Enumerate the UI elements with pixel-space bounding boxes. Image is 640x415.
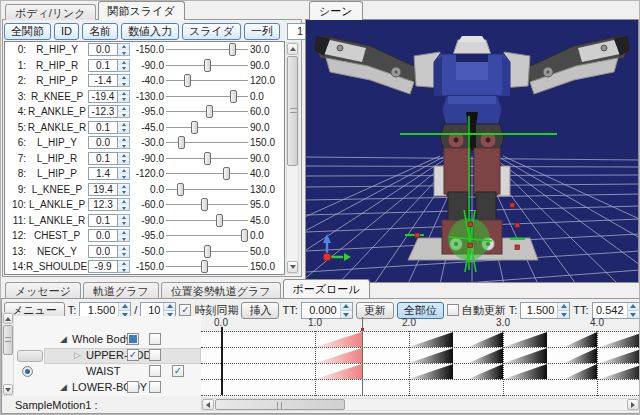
expand-icon[interactable]: ◢ [60,334,67,344]
keyframe-wedge[interactable] [315,348,362,363]
tree-row-lower-body[interactable]: ◢LOWER-BODY [14,380,201,396]
joint-slider-track[interactable] [166,214,248,227]
keyframe-wedge[interactable] [504,332,547,347]
auto-update-checkbox[interactable] [447,304,459,316]
sp-checkbox[interactable] [149,333,161,345]
joint-value-input[interactable]: -12.3 [88,105,118,118]
keyframe-wedge[interactable] [564,332,597,347]
on-checkbox[interactable] [127,349,139,361]
scroll-down-icon[interactable] [287,261,298,273]
tree-row-waist[interactable]: WAIST [14,364,201,380]
joint-value-input[interactable]: 0.1 [88,121,118,134]
tab-pose-roll[interactable]: ポーズロール [283,279,370,298]
joint-value-input[interactable]: 1.4 [88,167,118,180]
joint-slider-thumb[interactable] [201,260,208,273]
joint-slider-thumb[interactable] [230,90,237,103]
joint-slider-thumb[interactable] [204,152,211,165]
spin-down-icon[interactable] [118,81,129,87]
tab-trajectory-graph[interactable]: 軌道グラフ [83,282,159,298]
joint-slider-thumb[interactable] [229,43,236,56]
joint-slider-track[interactable] [166,74,248,87]
joint-value-input[interactable]: 0.0 [88,229,118,242]
spin-down-icon[interactable] [118,158,129,164]
joint-slider-track[interactable] [166,136,248,149]
scene-3d-view[interactable] [305,19,639,283]
scrollbar-thumb[interactable] [287,56,298,166]
spin-down-icon[interactable] [118,96,129,102]
keyframe-wedge[interactable] [315,364,362,379]
joint-slider-track[interactable] [166,59,248,72]
spin-down-icon[interactable] [118,127,129,133]
joint-slider-thumb[interactable] [191,121,198,134]
joint-slider-thumb[interactable] [216,214,223,227]
joint-slider-track[interactable] [166,90,248,103]
joint-value-input[interactable]: -9.9 [88,260,118,273]
tab-joint-slider[interactable]: 関節スライダ [98,1,185,20]
timeline-horizontal-scrollbar[interactable] [201,398,640,411]
scroll-up-icon[interactable] [287,43,298,55]
scroll-up-icon[interactable] [3,313,13,324]
spin-down-icon[interactable] [118,65,129,71]
scroll-down-icon[interactable] [3,384,13,395]
sp-checkbox[interactable] [149,349,161,361]
on-checkbox[interactable] [127,381,139,393]
keyframe-wedge[interactable] [600,364,639,379]
joint-slider-thumb[interactable] [201,198,208,211]
base-link-slot[interactable] [17,350,43,362]
keyframe-wedge[interactable] [468,348,503,363]
joint-value-spin-buttons[interactable] [118,183,130,196]
timeline-grid[interactable] [201,331,639,396]
sp-checkbox[interactable] [149,365,161,377]
keyframe-wedge[interactable] [600,348,639,363]
id-toggle-button[interactable]: ID [54,23,79,40]
single-column-toggle-button[interactable]: 一列 [244,23,280,40]
timeline-ruler[interactable]: 0.01.02.03.04.0 [201,316,639,331]
on-checkbox[interactable] [127,333,139,345]
tree-vertical-scrollbar[interactable] [2,312,14,396]
joint-slider-track[interactable] [166,167,248,180]
joint-value-spin-buttons[interactable] [118,43,130,56]
time-sync-checkbox[interactable] [179,304,191,316]
joint-slider-track[interactable] [166,43,248,56]
joint-value-spin-buttons[interactable] [118,214,130,227]
joint-slider-thumb[interactable] [184,74,191,87]
joint-slider-thumb[interactable] [204,59,211,72]
keyframe-wedge[interactable] [409,364,453,379]
tab-pose-trajectory-graph[interactable]: 位置姿勢軌道グラフ [161,282,281,298]
joint-value-input[interactable]: 0.0 [88,245,118,258]
base-link-radio[interactable] [22,366,33,377]
tt-time-marker[interactable] [221,331,223,395]
joint-slider-track[interactable] [166,183,248,196]
joint-value-input[interactable]: 0.1 [88,59,118,72]
joint-value-input[interactable]: 0.1 [88,152,118,165]
spin-down-icon[interactable] [118,236,129,242]
scrollbar-thumb[interactable] [3,325,13,355]
keyframe-wedge[interactable] [600,332,639,347]
scrollbar-thumb[interactable] [215,399,345,410]
spin-down-icon[interactable] [118,112,129,118]
tree-row-whole-body[interactable]: ◢Whole Body [14,332,201,348]
tree-row-upper-body[interactable]: ▷UPPER-BODY [14,348,201,364]
scroll-left-icon[interactable] [202,399,214,410]
slider-toggle-button[interactable]: スライダ [182,23,241,40]
joint-slider-track[interactable] [166,245,248,258]
joint-slider-thumb[interactable] [223,167,230,180]
joint-value-spin-buttons[interactable] [118,198,130,211]
joint-value-spin-buttons[interactable] [118,121,130,134]
joint-slider-track[interactable] [166,105,248,118]
spin-down-icon[interactable] [118,174,129,180]
all-joints-button[interactable]: 全関節 [4,23,51,40]
joint-slider-track[interactable] [166,121,248,134]
keyframe-wedge[interactable] [504,348,547,363]
joint-value-spin-buttons[interactable] [118,59,130,72]
joint-slider-track[interactable] [166,152,248,165]
joint-slider-thumb[interactable] [241,229,248,242]
numeric-input-toggle-button[interactable]: 数値入力 [121,23,179,40]
joint-value-spin-buttons[interactable] [118,260,130,273]
joint-value-spin-buttons[interactable] [118,245,130,258]
expand-icon[interactable]: ◢ [60,382,67,392]
spin-down-icon[interactable] [118,251,129,257]
ik-checkbox[interactable] [172,365,184,377]
keyframe-wedge[interactable] [409,332,453,347]
keyframe-wedge[interactable] [409,348,453,363]
